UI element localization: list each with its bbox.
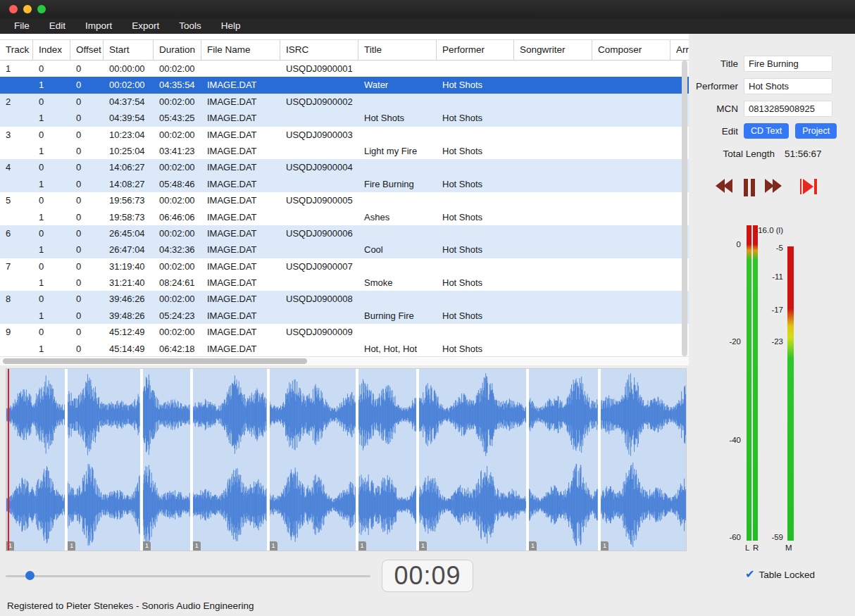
table-row[interactable]: 20004:37:5400:02:00IMAGE.DATUSQDJ0900002: [0, 94, 689, 110]
cell-start[interactable]: 45:14:49: [104, 341, 154, 357]
cell-title[interactable]: Burning Fire: [358, 308, 437, 324]
cell-performer[interactable]: [437, 127, 514, 143]
cell-offset[interactable]: 0: [70, 159, 104, 175]
cell-songwriter[interactable]: [514, 143, 592, 159]
cell-offset[interactable]: 0: [70, 127, 104, 143]
cell-offset[interactable]: 0: [70, 324, 104, 340]
waveform-segment[interactable]: 1: [143, 369, 190, 551]
cell-file[interactable]: [201, 61, 280, 77]
zoom-window-button[interactable]: [37, 5, 46, 13]
column-header-isrc[interactable]: ISRC: [280, 40, 358, 60]
cell-composer[interactable]: [592, 110, 670, 126]
table-row[interactable]: 1004:39:5405:43:25IMAGE.DATHot ShotsHot …: [0, 110, 689, 126]
cell-file[interactable]: IMAGE.DAT: [201, 192, 280, 208]
cell-index[interactable]: 0: [33, 127, 70, 143]
cell-start[interactable]: 00:00:00: [104, 61, 154, 77]
cell-isrc[interactable]: USQDJ0900001: [280, 61, 358, 77]
cell-composer[interactable]: [592, 94, 670, 110]
cell-isrc[interactable]: USQDJ0900008: [280, 291, 358, 307]
cell-composer[interactable]: [592, 341, 670, 357]
cell-track[interactable]: [0, 176, 33, 192]
column-header-title[interactable]: Title: [358, 40, 437, 60]
cd-text-button[interactable]: CD Text: [744, 123, 789, 139]
cell-track[interactable]: [0, 308, 33, 324]
vertical-scrollbar-thumb[interactable]: [682, 61, 687, 356]
cell-isrc[interactable]: [280, 143, 358, 159]
cell-start[interactable]: 26:45:04: [104, 225, 154, 241]
cell-songwriter[interactable]: [514, 341, 592, 357]
cell-start[interactable]: 26:47:04: [104, 241, 154, 258]
menu-export[interactable]: Export: [122, 18, 169, 34]
cell-title[interactable]: Hot Shots: [358, 110, 437, 126]
table-row[interactable]: 30010:23:0400:02:00IMAGE.DATUSQDJ0900003: [0, 127, 689, 143]
cell-file[interactable]: IMAGE.DAT: [201, 143, 280, 159]
waveform-segment[interactable]: 1: [601, 369, 686, 551]
cell-file[interactable]: IMAGE.DAT: [201, 110, 280, 126]
cell-index[interactable]: 1: [33, 341, 70, 357]
cell-duration[interactable]: 00:02:00: [154, 291, 201, 307]
cell-start[interactable]: 31:21:40: [104, 275, 154, 291]
cell-isrc[interactable]: [280, 341, 358, 357]
cell-index[interactable]: 0: [33, 94, 70, 110]
cell-duration[interactable]: 00:02:00: [154, 192, 201, 208]
cell-songwriter[interactable]: [514, 176, 592, 192]
cell-start[interactable]: 04:39:54: [104, 110, 154, 126]
cell-songwriter[interactable]: [514, 94, 592, 110]
table-row[interactable]: 1026:47:0404:32:36IMAGE.DATCoolHot Shots: [0, 241, 689, 258]
cell-composer[interactable]: [592, 225, 670, 241]
cell-performer[interactable]: [437, 225, 514, 241]
cell-composer[interactable]: [592, 127, 670, 143]
cell-track[interactable]: 2: [0, 94, 33, 110]
cell-start[interactable]: 10:25:04: [104, 143, 154, 159]
cell-duration[interactable]: 00:02:00: [154, 225, 201, 241]
cell-offset[interactable]: 0: [70, 77, 104, 93]
cell-file[interactable]: IMAGE.DAT: [201, 241, 280, 258]
cell-composer[interactable]: [592, 61, 670, 77]
table-row[interactable]: 40014:06:2700:02:00IMAGE.DATUSQDJ0900004: [0, 159, 689, 175]
cell-composer[interactable]: [592, 159, 670, 175]
waveform-segment[interactable]: 1: [529, 369, 598, 551]
cell-songwriter[interactable]: [514, 225, 592, 241]
cell-isrc[interactable]: USQDJ0900004: [280, 159, 358, 175]
cell-performer[interactable]: Hot Shots: [437, 275, 514, 291]
cell-isrc[interactable]: USQDJ0900009: [280, 324, 358, 340]
playhead-cursor[interactable]: [8, 369, 9, 551]
cell-index[interactable]: 0: [33, 192, 70, 208]
cell-composer[interactable]: [592, 192, 670, 208]
cell-index[interactable]: 1: [33, 77, 70, 93]
cell-title[interactable]: Cool: [358, 241, 437, 258]
cell-file[interactable]: IMAGE.DAT: [201, 159, 280, 175]
cell-songwriter[interactable]: [514, 127, 592, 143]
cell-index[interactable]: 1: [33, 143, 70, 159]
cell-track[interactable]: 1: [0, 61, 33, 77]
cell-title[interactable]: [358, 159, 437, 175]
minimize-window-button[interactable]: [23, 5, 32, 13]
pause-button[interactable]: [744, 179, 755, 196]
cell-start[interactable]: 00:02:00: [104, 77, 154, 93]
table-row[interactable]: 1045:14:4906:42:18IMAGE.DATHot, Hot, Hot…: [0, 341, 689, 357]
table-row[interactable]: 60026:45:0400:02:00IMAGE.DATUSQDJ0900006: [0, 225, 689, 241]
table-row[interactable]: 90045:12:4900:02:00IMAGE.DATUSQDJ0900009: [0, 324, 689, 340]
column-header-arr[interactable]: Arr: [670, 40, 689, 60]
cell-duration[interactable]: 04:35:54: [154, 77, 201, 93]
cell-duration[interactable]: 00:02:00: [154, 324, 201, 340]
cell-duration[interactable]: 06:42:18: [154, 341, 201, 357]
cell-composer[interactable]: [592, 176, 670, 192]
cell-file[interactable]: IMAGE.DAT: [201, 176, 280, 192]
cell-offset[interactable]: 0: [70, 143, 104, 159]
cell-performer[interactable]: [437, 159, 514, 175]
cell-index[interactable]: 1: [33, 209, 70, 225]
cell-start[interactable]: 39:46:26: [104, 291, 154, 307]
cell-isrc[interactable]: [280, 308, 358, 324]
cell-track[interactable]: 6: [0, 225, 33, 241]
cell-duration[interactable]: 00:02:00: [154, 127, 201, 143]
cell-songwriter[interactable]: [514, 308, 592, 324]
cell-index[interactable]: 0: [33, 61, 70, 77]
cell-composer[interactable]: [592, 308, 670, 324]
cell-songwriter[interactable]: [514, 275, 592, 291]
cell-performer[interactable]: [437, 61, 514, 77]
cell-title[interactable]: Fire Burning: [358, 176, 437, 192]
menu-tools[interactable]: Tools: [169, 18, 211, 34]
cell-composer[interactable]: [592, 324, 670, 340]
cell-composer[interactable]: [592, 77, 670, 93]
